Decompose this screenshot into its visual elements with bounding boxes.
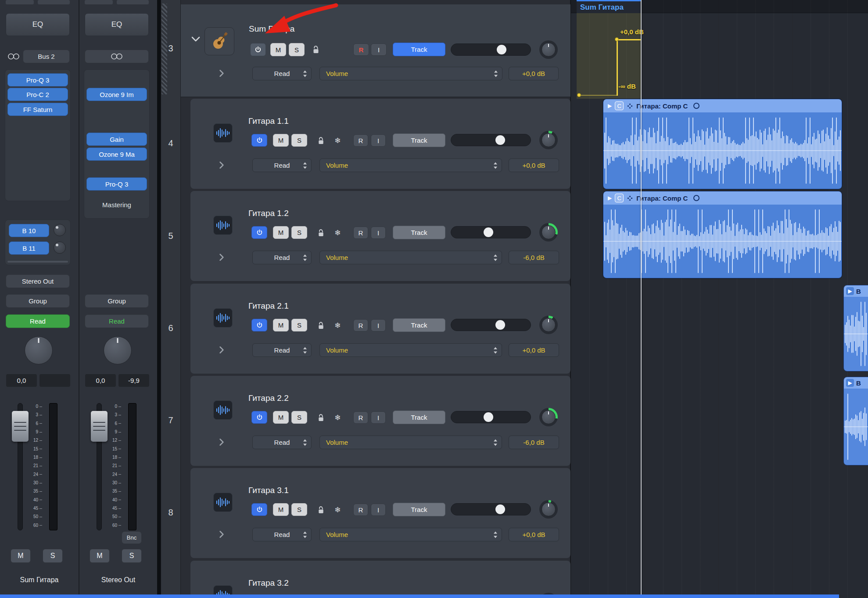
mute-button[interactable]: M [11, 549, 31, 563]
chevron-right-icon[interactable] [219, 346, 225, 354]
format-slot[interactable] [85, 50, 149, 63]
gain-value[interactable]: -9,9 [118, 374, 149, 387]
send-level-knob[interactable] [54, 224, 66, 236]
track-icon[interactable] [213, 400, 233, 420]
track-alternatives-button[interactable]: Track [393, 43, 445, 56]
automation-mode-dropdown[interactable]: Read [252, 528, 312, 541]
mute-button[interactable]: M [273, 503, 289, 516]
volume-slider-knob[interactable] [484, 412, 493, 422]
automation-line-high[interactable] [617, 39, 641, 40]
track-alternatives-button[interactable]: Track [393, 503, 445, 516]
lock-icon[interactable] [315, 411, 326, 424]
track-name[interactable]: Гитара 3.1 [248, 484, 289, 497]
region-body[interactable] [603, 205, 842, 278]
pan-knob[interactable] [539, 316, 558, 334]
track-name[interactable]: Гитара 1.1 [248, 115, 289, 127]
track-alternatives-button[interactable]: Track [393, 318, 445, 332]
region-body[interactable] [603, 112, 842, 189]
pan-knob[interactable] [539, 40, 558, 59]
volume-slider[interactable] [451, 503, 531, 515]
track-power-button[interactable] [251, 226, 267, 239]
chevron-right-icon[interactable] [219, 253, 225, 261]
volume-slider-knob[interactable] [484, 227, 493, 237]
playhead[interactable] [641, 0, 642, 598]
track-row[interactable]: Гитара 1.1 M S ❄ R I Track [190, 99, 570, 189]
audio-region[interactable]: ▶ C Гитара: Comp C [603, 99, 842, 189]
lock-icon[interactable] [315, 504, 326, 516]
mute-button[interactable]: M [273, 134, 289, 147]
automation-mode-dropdown[interactable]: Read [252, 436, 312, 449]
automation-node[interactable] [577, 93, 581, 97]
track-row[interactable]: Гитара 3.2 M S ❄ R I Track [190, 561, 570, 598]
pan-knob[interactable] [539, 408, 558, 426]
track-row[interactable]: Гитара 2.1 M S ❄ R I Track [190, 284, 570, 374]
pan-knob[interactable] [104, 336, 132, 364]
track-power-button[interactable] [251, 319, 267, 331]
disclosure-chevron-icon[interactable] [190, 36, 201, 42]
chevron-right-icon[interactable] [219, 161, 225, 169]
automation-parameter-dropdown[interactable]: Volume [319, 528, 502, 541]
track-name[interactable]: Sum Гитара [249, 23, 294, 35]
track-name-tab[interactable]: Sum Гитара [577, 0, 641, 13]
chevron-right-icon[interactable] [219, 438, 225, 446]
loop-icon[interactable] [693, 103, 699, 109]
pan-knob[interactable] [25, 336, 53, 364]
track-icon[interactable] [213, 123, 233, 143]
automation-parameter-dropdown[interactable]: Volume [319, 159, 502, 172]
eq-display[interactable]: EQ [85, 13, 149, 36]
plugin-slot[interactable]: Ozone 9 Ma [86, 148, 147, 161]
track-icon[interactable] [204, 27, 234, 55]
mastering-label[interactable]: Mastering [85, 201, 149, 209]
automation-parameter-dropdown[interactable]: Volume [319, 251, 502, 264]
region-header[interactable]: ▶ C Гитара: Comp C [603, 99, 842, 112]
arrange-area[interactable]: Sum Гитара +0,0 dB -∞ dB ▶ C Гитара: Com… [570, 0, 868, 598]
panel-divider[interactable] [157, 0, 161, 598]
loop-icon[interactable] [693, 195, 699, 201]
record-enable-button[interactable]: R [353, 43, 369, 56]
lock-icon[interactable] [315, 134, 326, 147]
strip-top-slot[interactable] [38, 0, 70, 4]
volume-slider[interactable] [451, 226, 531, 238]
record-enable-button[interactable]: R [353, 504, 368, 516]
region-body[interactable] [844, 297, 868, 371]
record-enable-button[interactable]: R [353, 411, 368, 424]
plugin-slot[interactable]: Pro-Q 3 [7, 73, 68, 86]
input-slot[interactable]: Bus 2 [23, 50, 70, 63]
stereo-format-icon[interactable] [7, 53, 20, 60]
automation-mode-dropdown[interactable]: Read [252, 251, 312, 264]
record-enable-button[interactable]: R [353, 227, 368, 239]
automation-parameter-dropdown[interactable]: Volume [319, 67, 502, 80]
track-row-sum[interactable]: Sum Гитара M S R I Track [181, 4, 570, 97]
takes-icon[interactable] [627, 195, 633, 202]
solo-button[interactable]: S [291, 503, 307, 516]
region-header[interactable]: ▶ B [844, 285, 868, 297]
mute-button[interactable]: M [270, 43, 286, 56]
lock-icon[interactable] [315, 319, 326, 331]
solo-button[interactable]: S [291, 226, 307, 239]
record-enable-button[interactable]: R [353, 319, 368, 331]
automation-mode-slot[interactable]: Read [6, 314, 70, 328]
freeze-icon[interactable]: ❄ [332, 411, 343, 424]
record-enable-button[interactable]: R [353, 134, 368, 147]
track-icon[interactable] [213, 493, 233, 512]
mute-button[interactable]: M [273, 411, 289, 424]
freeze-icon[interactable]: ❄ [332, 319, 343, 331]
solo-button[interactable]: S [289, 43, 305, 56]
input-monitor-button[interactable]: I [371, 134, 386, 147]
plugin-slot[interactable]: Ozone 9 Im [86, 88, 147, 101]
audio-region-partial[interactable]: ▶ B [843, 377, 868, 465]
strip-top-slot[interactable] [6, 0, 34, 4]
volume-slider[interactable] [451, 43, 531, 56]
pan-value[interactable]: 0,0 [85, 374, 116, 387]
track-power-button[interactable] [250, 43, 266, 56]
automation-line-ramp[interactable] [617, 40, 618, 96]
plugin-slot[interactable]: Pro-Q 3 [86, 177, 147, 191]
track-name[interactable]: Гитара 3.2 [248, 577, 289, 589]
track-power-button[interactable] [251, 503, 267, 516]
track-alternatives-button[interactable]: Track [393, 226, 445, 239]
output-slot[interactable]: Stereo Out [6, 274, 70, 288]
solo-button[interactable]: S [291, 319, 307, 331]
track-power-button[interactable] [251, 134, 267, 147]
play-icon[interactable]: ▶ [846, 379, 854, 387]
send-level-knob[interactable] [54, 241, 66, 254]
